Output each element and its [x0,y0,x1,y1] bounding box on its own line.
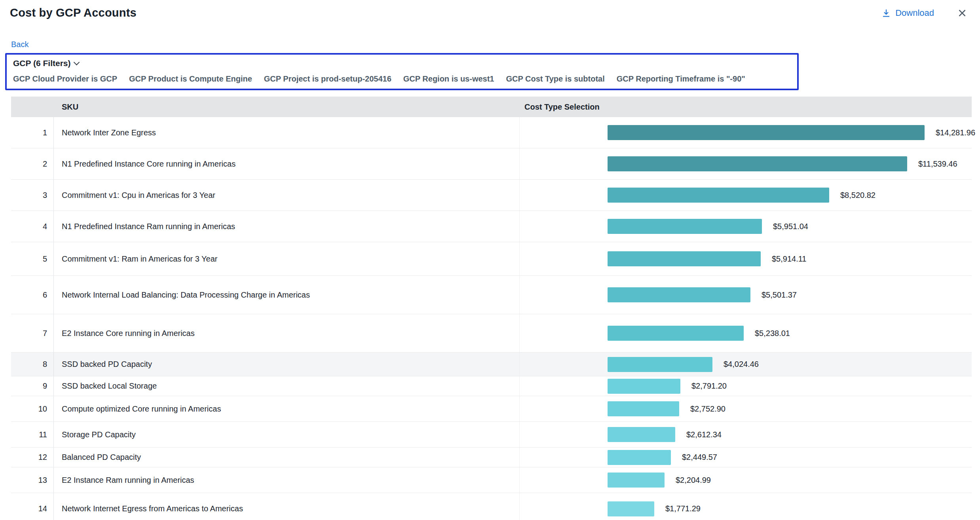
table-row[interactable]: 7 E2 Instance Core running in Americas $… [11,314,972,353]
filter-group: GCP (6 Filters) GCP Cloud Provider is GC… [5,53,799,90]
close-button[interactable] [956,7,968,19]
sku-label: N1 Predefined Instance Core running in A… [54,148,520,179]
table-body: 1 Network Inter Zone Egress $14,281.96 2… [11,117,972,520]
bar-cell: $2,204.99 [520,467,972,493]
cost-bar[interactable] [608,219,762,234]
filter-chip[interactable]: GCP Reporting Timeframe is "-90" [617,74,745,84]
row-index: 5 [11,242,54,275]
sku-label: Network Internal Load Balancing: Data Pr… [54,276,520,314]
chevron-down-icon [74,59,80,65]
row-index: 1 [11,117,54,148]
table-row[interactable]: 12 Balanced PD Capacity $2,449.57 [11,448,972,467]
row-index: 13 [11,467,54,493]
row-index: 6 [11,276,54,314]
bar-cell: $2,449.57 [520,448,972,467]
bar-cell: $11,539.46 [520,148,972,179]
filter-items: GCP Cloud Provider is GCP GCP Product is… [13,74,791,84]
sku-label: Balanced PD Capacity [54,448,520,467]
bar-cell: $4,024.46 [520,353,972,376]
bar-cell: $2,752.90 [520,396,972,421]
cost-value: $5,238.01 [755,329,790,338]
cost-bar[interactable] [608,427,675,442]
cost-bar[interactable] [608,379,680,394]
filter-chip[interactable]: GCP Cost Type is subtotal [506,74,604,84]
sku-label: SSD backed Local Storage [54,376,520,396]
row-index: 10 [11,396,54,421]
cost-value: $2,204.99 [676,476,711,485]
close-icon [956,7,968,19]
cost-value: $2,449.57 [682,453,717,462]
row-index: 3 [11,180,54,211]
filter-chip[interactable]: GCP Cloud Provider is GCP [13,74,117,84]
filter-summary-label: GCP (6 Filters) [13,59,70,68]
back-row: Back [0,40,980,49]
sku-column-header: SKU [54,102,520,112]
back-link[interactable]: Back [11,40,28,49]
table-row[interactable]: 4 N1 Predefined Instance Ram running in … [11,211,972,242]
cost-bar[interactable] [608,401,679,416]
bar-cell: $5,501.37 [520,276,972,314]
bar-cell: $14,281.96 [520,117,975,148]
bar-cell: $1,771.29 [520,493,972,520]
cost-by-gcp-accounts-panel: Cost by GCP Accounts Download [0,0,980,520]
table-row[interactable]: 6 Network Internal Load Balancing: Data … [11,276,972,314]
top-bar: Cost by GCP Accounts Download [0,0,980,19]
row-index: 14 [11,493,54,520]
cost-bar[interactable] [608,450,671,465]
cost-value: $1,771.29 [665,504,701,513]
cost-bar[interactable] [608,473,665,488]
cost-bar[interactable] [608,287,750,302]
row-index: 4 [11,211,54,242]
table-row[interactable]: 14 Network Internet Egress from Americas… [11,493,972,520]
download-button[interactable]: Download [881,8,934,18]
filter-chip[interactable]: GCP Product is Compute Engine [129,74,252,84]
cost-value: $2,752.90 [690,404,726,414]
sku-label: Network Inter Zone Egress [54,117,520,148]
cost-value: $11,539.46 [918,159,957,169]
cost-value: $5,914.11 [772,254,807,264]
cost-bar[interactable] [608,251,761,266]
bar-cell: $2,791.20 [520,376,972,396]
bar-cell: $8,520.82 [520,180,972,211]
cost-value: $2,612.34 [686,430,722,439]
table-row[interactable]: 3 Commitment v1: Cpu in Americas for 3 Y… [11,180,972,211]
bar-cell: $5,951.04 [520,211,972,242]
sku-label: E2 Instance Core running in Americas [54,314,520,352]
table-row[interactable]: 10 Compute optimized Core running in Ame… [11,396,972,422]
table-row[interactable]: 9 SSD backed Local Storage $2,791.20 [11,376,972,396]
row-number-column-header [11,97,54,117]
sku-label: N1 Predefined Instance Ram running in Am… [54,211,520,242]
cost-value: $4,024.46 [724,360,759,369]
row-index: 9 [11,376,54,396]
bar-cell: $2,612.34 [520,422,972,447]
cost-bar[interactable] [608,357,712,372]
cost-type-selection-column-header: Cost Type Selection [520,102,972,112]
table-row[interactable]: 2 N1 Predefined Instance Core running in… [11,148,972,180]
row-index: 12 [11,448,54,467]
row-index: 11 [11,422,54,447]
cost-table: SKU Cost Type Selection 1 Network Inter … [11,97,972,520]
filter-chip[interactable]: GCP Region is us-west1 [403,74,494,84]
download-label: Download [895,8,934,18]
cost-bar[interactable] [608,156,907,171]
table-row[interactable]: 5 Commitment v1: Ram in Americas for 3 Y… [11,242,972,276]
table-header: SKU Cost Type Selection [11,97,972,117]
filter-chip[interactable]: GCP Project is prod-setup-205416 [264,74,391,84]
sku-label: Compute optimized Core running in Americ… [54,396,520,421]
sku-label: Storage PD Capacity [54,422,520,447]
sku-label: E2 Instance Ram running in Americas [54,467,520,493]
sku-label: SSD backed PD Capacity [54,353,520,376]
cost-value: $14,281.96 [936,128,975,137]
cost-bar[interactable] [608,125,925,140]
row-index: 2 [11,148,54,179]
table-row[interactable]: 8 SSD backed PD Capacity $4,024.46 [11,353,972,376]
filter-summary-toggle[interactable]: GCP (6 Filters) [13,59,791,68]
cost-bar[interactable] [608,326,744,341]
cost-bar[interactable] [608,188,829,203]
table-row[interactable]: 11 Storage PD Capacity $2,612.34 [11,422,972,448]
bar-cell: $5,914.11 [520,242,972,275]
cost-value: $8,520.82 [840,191,876,200]
table-row[interactable]: 1 Network Inter Zone Egress $14,281.96 [11,117,972,148]
cost-bar[interactable] [608,501,654,516]
table-row[interactable]: 13 E2 Instance Ram running in Americas $… [11,467,972,493]
